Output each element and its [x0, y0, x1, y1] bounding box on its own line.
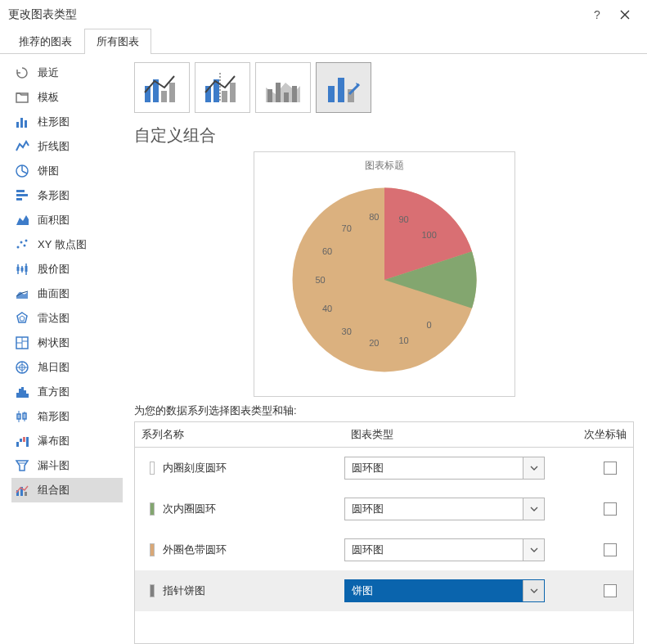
svg-rect-58: [276, 83, 281, 102]
svg-rect-29: [16, 393, 19, 398]
gauge-tick: 80: [369, 212, 379, 222]
sidebar-item-column[interactable]: 柱形图: [11, 110, 123, 134]
sidebar-item-histogram[interactable]: 直方图: [11, 380, 123, 404]
svg-rect-30: [19, 389, 21, 398]
sidebar-item-stock[interactable]: 股价图: [11, 257, 123, 281]
tab-strip: 推荐的图表 所有图表: [0, 29, 647, 54]
svg-rect-50: [169, 83, 175, 102]
series-row[interactable]: 指针饼图饼图: [135, 570, 633, 611]
combo-subtype-3[interactable]: [255, 62, 311, 113]
sidebar-item-pie[interactable]: 饼图: [11, 159, 123, 183]
combo-subtype-custom[interactable]: [316, 62, 371, 113]
histogram-icon: [15, 385, 29, 399]
sidebar-item-label: 雷达图: [38, 311, 70, 326]
grid-body: 内圈刻度圆环圆环图次内圈圆环圆环图外圈色带圆环圆环图指针饼图饼图: [135, 448, 633, 643]
tab-recommended[interactable]: 推荐的图表: [7, 29, 84, 54]
sidebar-item-area[interactable]: 面积图: [11, 208, 123, 232]
svg-rect-54: [230, 83, 236, 102]
svg-rect-61: [328, 86, 335, 102]
area-icon: [15, 213, 29, 227]
chart-category-list: 最近模板柱形图折线图饼图条形图面积图XY 散点图股价图曲面图雷达图树状图旭日图直…: [0, 54, 123, 644]
sidebar-item-bar[interactable]: 条形图: [11, 183, 123, 208]
close-button[interactable]: [611, 1, 639, 29]
bar-icon: [15, 188, 29, 203]
column-icon: [15, 115, 29, 129]
sidebar-item-waterfall[interactable]: 瀑布图: [11, 429, 123, 453]
svg-rect-16: [17, 267, 20, 271]
chart-type-select[interactable]: 圆环图: [344, 457, 545, 480]
sidebar-item-sunburst[interactable]: 旭日图: [11, 355, 123, 380]
boxplot-icon: [15, 409, 29, 424]
sidebar-item-label: 漏斗图: [38, 458, 70, 473]
sidebar-item-surface[interactable]: 曲面图: [11, 281, 123, 306]
chart-type-select[interactable]: 圆环图: [344, 498, 545, 520]
secondary-axis-checkbox[interactable]: [604, 502, 617, 516]
chart-type-select[interactable]: 圆环图: [344, 538, 545, 561]
gauge-tick: 20: [369, 338, 379, 348]
svg-marker-42: [16, 461, 28, 471]
sidebar-item-recent[interactable]: 最近: [11, 61, 123, 85]
sidebar-item-radar[interactable]: 雷达图: [11, 306, 123, 331]
funnel-icon: [15, 458, 29, 473]
tab-all-charts[interactable]: 所有图表: [84, 29, 151, 54]
svg-rect-2: [20, 118, 23, 128]
svg-rect-57: [267, 89, 272, 102]
sidebar-item-label: 旭日图: [38, 360, 70, 375]
svg-rect-31: [21, 387, 24, 398]
gauge-tick: 10: [398, 336, 408, 345]
templates-icon: [15, 90, 29, 105]
combo-subtype-toolbar: [134, 62, 634, 113]
svg-rect-18: [25, 266, 28, 272]
series-row[interactable]: 次内圈圆环圆环图: [135, 489, 633, 529]
select-value: 圆环图: [345, 543, 523, 557]
gauge-tick: 50: [315, 275, 325, 285]
sidebar-item-treemap[interactable]: 树状图: [11, 331, 123, 355]
combo-subtype-1[interactable]: [134, 62, 190, 113]
radar-icon: [15, 311, 29, 326]
svg-rect-6: [16, 194, 28, 196]
combo-icon: [15, 483, 29, 498]
tab-label: 推荐的图表: [19, 35, 72, 47]
svg-rect-41: [26, 437, 29, 447]
series-row[interactable]: 外圈色带圆环圆环图: [135, 529, 633, 570]
sidebar-item-label: 饼图: [38, 164, 59, 178]
help-button[interactable]: ?: [583, 1, 611, 29]
main-panel: 自定义组合 图表标题 0102030405060708090100 为您的数据系…: [123, 54, 647, 644]
svg-point-11: [24, 245, 26, 247]
svg-rect-49: [161, 91, 167, 102]
chevron-down-icon: [523, 580, 544, 601]
sidebar-item-boxplot[interactable]: 箱形图: [11, 404, 123, 429]
svg-point-10: [20, 241, 23, 244]
chart-type-select[interactable]: 饼图: [344, 579, 545, 602]
series-name: 次内圈圆环: [163, 502, 216, 516]
svg-rect-40: [23, 437, 25, 442]
sidebar-item-label: 面积图: [38, 213, 70, 227]
secondary-axis-checkbox[interactable]: [604, 543, 617, 556]
sidebar-item-line[interactable]: 折线图: [11, 134, 123, 159]
secondary-axis-checkbox[interactable]: [604, 462, 617, 475]
gauge-tick: 100: [421, 230, 436, 240]
gauge-tick: 60: [322, 246, 332, 256]
series-swatch: [150, 543, 155, 556]
sidebar-item-label: 股价图: [38, 262, 70, 277]
select-value: 饼图: [345, 583, 523, 598]
svg-rect-62: [338, 78, 344, 102]
surface-icon: [15, 286, 29, 301]
sidebar-item-label: 箱形图: [38, 409, 70, 424]
sidebar-item-label: 条形图: [38, 188, 70, 203]
sidebar-item-templates[interactable]: 模板: [11, 85, 123, 110]
sidebar-item-scatter[interactable]: XY 散点图: [11, 232, 123, 257]
svg-rect-38: [16, 442, 19, 447]
sidebar-item-label: 柱形图: [38, 115, 70, 129]
chart-preview[interactable]: 图表标题 0102030405060708090100: [254, 151, 515, 397]
series-row[interactable]: 内圈刻度圆环圆环图: [135, 448, 633, 489]
close-icon: [620, 10, 630, 20]
sidebar-item-combo[interactable]: 组合图: [11, 478, 123, 502]
svg-point-12: [25, 240, 28, 242]
recent-icon: [15, 65, 29, 80]
secondary-axis-checkbox[interactable]: [604, 584, 617, 597]
sidebar-item-funnel[interactable]: 漏斗图: [11, 453, 123, 478]
combo-subtype-2[interactable]: [195, 62, 250, 113]
gauge-tick: 70: [342, 223, 352, 233]
scatter-icon: [15, 237, 29, 252]
